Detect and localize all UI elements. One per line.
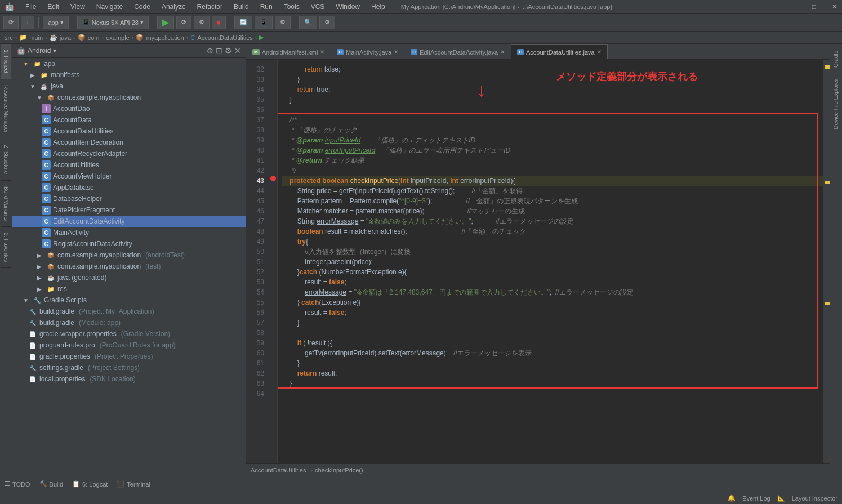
tree-item-AccountUtilities[interactable]: C AccountUtilities xyxy=(12,159,246,171)
tree-item-local-properties[interactable]: 📄 local.properties (SDK Location) xyxy=(12,373,246,385)
breadcrumb-main[interactable]: 📁 xyxy=(19,34,27,41)
tab-manifest[interactable]: M AndroidManifest.xml ✕ xyxy=(246,44,331,59)
bottom-tab-build[interactable]: 🔨 Build xyxy=(39,480,63,488)
menu-build[interactable]: Build xyxy=(231,2,251,12)
tab-close-edit[interactable]: ✕ xyxy=(500,49,505,55)
tree-item-DatabaseHelper[interactable]: C DatabaseHelper xyxy=(12,193,246,204)
breadcrumb-bottom-method[interactable]: checkInputPrice() xyxy=(315,467,363,474)
bottom-tab-terminal[interactable]: ⬛ Terminal xyxy=(117,480,150,488)
menu-file[interactable]: File xyxy=(23,2,38,12)
profile-btn[interactable]: ⚙ xyxy=(194,16,210,29)
tree-item-build-gradle-module[interactable]: 🔧 build.gradle (Module: app) xyxy=(12,317,246,328)
tree-item-app[interactable]: ▼ 📁 app xyxy=(12,58,246,69)
sync-btn[interactable]: ⟳ xyxy=(3,16,19,29)
breadcrumb-src[interactable]: src xyxy=(5,34,13,41)
tree-item-AccountDao[interactable]: I AccountDao xyxy=(12,103,246,114)
menu-window[interactable]: Window xyxy=(333,2,362,12)
close-panel-btn[interactable]: ✕ xyxy=(234,46,241,55)
tree-item-AppDatabase[interactable]: C AppDatabase xyxy=(12,182,246,193)
minimize-btn[interactable]: ─ xyxy=(789,2,799,12)
tab-close-util[interactable]: ✕ xyxy=(597,49,602,55)
tree-item-RegistAccountDataActivity[interactable]: C RegistAccountDataActivity xyxy=(12,238,246,249)
run-button[interactable]: ▶ xyxy=(157,16,174,29)
menu-refactor[interactable]: Refactor xyxy=(195,2,225,12)
tree-item-package[interactable]: ▼ 📦 com.example.myapplication xyxy=(12,92,246,103)
code-scroll-area[interactable]: 32 33 34 35 36 37 38 39 40 41 42 43 44 4… xyxy=(246,60,830,463)
rsidebar-device-file-explorer[interactable]: Device File Explorer xyxy=(831,74,841,133)
menu-vcs[interactable]: VCS xyxy=(309,2,327,12)
collapse-btn[interactable]: ⊟ xyxy=(216,46,222,55)
tree-item-java[interactable]: ▼ ☕ java xyxy=(12,81,246,92)
menu-navigate[interactable]: Navigate xyxy=(94,2,125,12)
vtab-favorites[interactable]: 2: Favorites xyxy=(1,227,11,268)
tree-item-res[interactable]: ▶ 📁 res xyxy=(12,283,246,295)
event-log-label[interactable]: Event Log xyxy=(742,495,770,502)
menu-help[interactable]: Help xyxy=(369,2,387,12)
bottom-tab-todo[interactable]: ☰ TODO xyxy=(5,480,30,488)
menu-tools[interactable]: Tools xyxy=(282,2,302,12)
menu-run[interactable]: Run xyxy=(258,2,275,12)
stop-btn[interactable]: ■ xyxy=(212,16,226,29)
rsidebar-gradle[interactable]: Gradle xyxy=(831,46,841,72)
tree-item-gradle-scripts[interactable]: ▼ 🔧 Gradle Scripts xyxy=(12,295,246,306)
settings-btn[interactable]: ⚙ xyxy=(319,16,335,29)
gear-icon[interactable]: ⚙ xyxy=(225,46,232,55)
tree-item-androidtest[interactable]: ▶ 📦 com.example.myapplication (androidTe… xyxy=(12,249,246,261)
tree-item-settings-gradle[interactable]: 🔧 settings.gradle (Project Settings) xyxy=(12,362,246,373)
tree-item-gradle-wrapper[interactable]: 📄 gradle-wrapper.properties (Gradle Vers… xyxy=(12,328,246,340)
tab-close-manifest[interactable]: ✕ xyxy=(320,49,324,55)
tab-accountdatautilities[interactable]: C AccountDataUtilities.java ✕ xyxy=(511,44,607,59)
vtab-resource-manager[interactable]: Resource Manager xyxy=(1,79,11,139)
tree-item-gradle-properties[interactable]: 📄 gradle.properties (Project Properties) xyxy=(12,351,246,362)
tree-item-AccountData[interactable]: C AccountData xyxy=(12,114,246,126)
breadcrumb-java-label[interactable]: java xyxy=(60,34,71,41)
maximize-btn[interactable]: □ xyxy=(810,2,818,12)
layout-inspector-label[interactable]: Layout Inspector xyxy=(792,495,837,502)
avd-btn[interactable]: 📱 xyxy=(255,16,273,29)
breadcrumb-bottom-class[interactable]: AccountDataUtilities xyxy=(251,467,306,474)
tree-item-MainActivity[interactable]: C MainActivity xyxy=(12,227,246,238)
search-everywhere-btn[interactable]: 🔍 xyxy=(299,16,317,29)
add-config-btn[interactable]: + xyxy=(21,16,34,29)
tab-close-main[interactable]: ✕ xyxy=(394,49,398,55)
tree-item-EditAccountDataActivity[interactable]: C EditAccountDataActivity xyxy=(12,216,246,227)
tree-item-java-generated[interactable]: ▶ ☕ java (generated) xyxy=(12,272,246,283)
vtab-structure[interactable]: Z: Structure xyxy=(1,139,11,180)
breadcrumb-myapp-label[interactable]: myapplication xyxy=(146,34,184,41)
tab-editaccountdata[interactable]: C EditAccountDataActivity.java ✕ xyxy=(404,44,511,59)
vtab-project[interactable]: 1: Project xyxy=(1,44,11,79)
app-selector[interactable]: app ▾ xyxy=(43,16,68,29)
menu-code[interactable]: Code xyxy=(132,2,153,12)
breadcrumb-main-label[interactable]: main xyxy=(29,34,43,41)
tree-item-build-gradle-project[interactable]: 🔧 build.gradle (Project: My_Application) xyxy=(12,306,246,317)
vtab-build-variants[interactable]: Build Variants xyxy=(1,181,11,227)
breadcrumb-com[interactable]: 📦 xyxy=(78,34,86,41)
bottom-tab-logcat[interactable]: 📋 6: Logcat xyxy=(72,480,108,488)
breakpoint-dot[interactable] xyxy=(270,176,276,181)
code-content[interactable]: return false; } return true; } /** * 「価格… xyxy=(278,60,823,463)
tree-item-AccountViewHolder[interactable]: C AccountViewHolder xyxy=(12,171,246,182)
tree-item-AccountRecyclerAdapter[interactable]: C AccountRecyclerAdapter xyxy=(12,148,246,159)
breadcrumb-java[interactable]: ☕ xyxy=(50,34,57,41)
tree-item-proguard[interactable]: 📄 proguard-rules.pro (ProGuard Rules for… xyxy=(12,340,246,351)
breadcrumb-class[interactable]: C xyxy=(190,34,195,41)
tree-item-DatePickerFragment[interactable]: C DatePickerFragment xyxy=(12,204,246,216)
breadcrumb-class-label[interactable]: AccountDataUtilities xyxy=(197,34,252,41)
menu-edit[interactable]: Edit xyxy=(45,2,61,12)
device-selector[interactable]: 📱 Nexus 5X API 28 ▾ xyxy=(77,16,149,29)
locate-btn[interactable]: ⊕ xyxy=(207,46,213,55)
tree-item-AccountItemDecoration[interactable]: C AccountItemDecoration xyxy=(12,137,246,148)
breadcrumb-example[interactable]: example xyxy=(106,34,130,41)
sdk-btn[interactable]: ⚙ xyxy=(275,16,291,29)
tree-item-test[interactable]: ▶ 📦 com.example.myapplication (test) xyxy=(12,261,246,272)
tree-item-manifests[interactable]: ▶ 📁 manifests xyxy=(12,69,246,81)
sync-project-btn[interactable]: 🔄 xyxy=(234,16,252,29)
menu-view[interactable]: View xyxy=(68,2,87,12)
chevron-down-icon3[interactable]: ▾ xyxy=(53,47,56,55)
menu-analyze[interactable]: Analyze xyxy=(159,2,188,12)
tree-item-AccountDataUtilities[interactable]: C AccountDataUtilities xyxy=(12,126,246,137)
debug-btn[interactable]: ⟳ xyxy=(176,16,191,29)
tab-mainactivity[interactable]: C MainActivity.java ✕ xyxy=(331,44,404,59)
breadcrumb-com-label[interactable]: com xyxy=(88,34,100,41)
breadcrumb-myapp[interactable]: 📦 xyxy=(136,34,144,41)
